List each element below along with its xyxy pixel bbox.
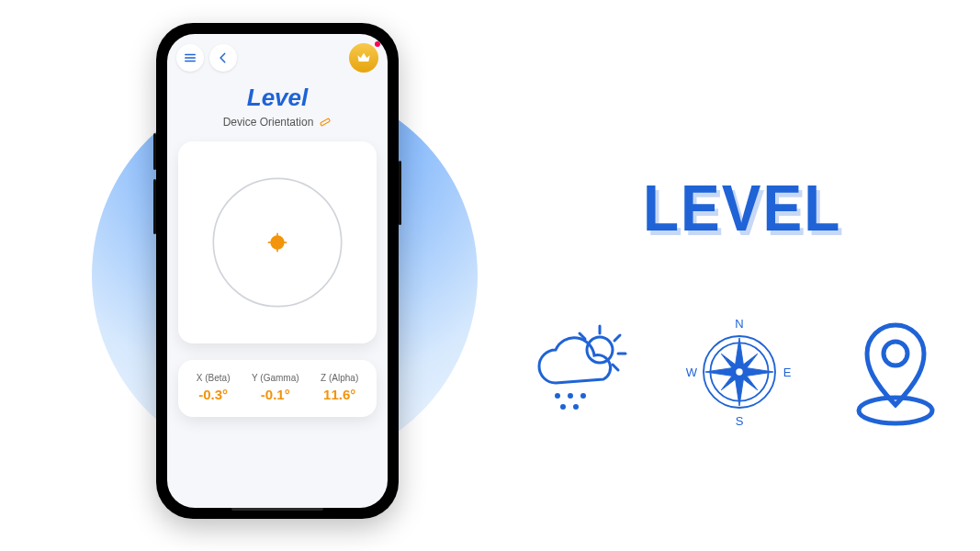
svg-point-22: [735, 367, 743, 376]
svg-point-11: [555, 393, 560, 399]
orientation-readings: X (Beta) -0.3° Y (Gamma) -0.1° Z (Alpha)…: [178, 360, 377, 417]
menu-button[interactable]: [176, 44, 204, 72]
svg-line-7: [614, 335, 620, 341]
location-pin-icon: [836, 312, 955, 432]
menu-icon: [184, 51, 197, 64]
ruler-icon: [319, 116, 332, 129]
svg-text:S: S: [736, 414, 744, 428]
page-title: Level: [167, 84, 388, 112]
bubble-level-icon: [199, 164, 355, 320]
reading-x: X (Beta) -0.3°: [197, 373, 231, 402]
svg-text:N: N: [735, 317, 743, 331]
svg-point-27: [859, 398, 932, 423]
svg-text:W: W: [686, 365, 698, 379]
reading-x-label: X (Beta): [197, 373, 231, 383]
marketing-headline: LEVEL: [643, 171, 841, 245]
reading-y-label: Y (Gamma): [252, 373, 299, 383]
svg-rect-0: [321, 118, 331, 126]
weather-icon: [524, 312, 643, 432]
feature-icons: N S E W: [524, 312, 955, 432]
page-subtitle: Device Orientation: [223, 116, 314, 129]
svg-point-12: [568, 393, 573, 399]
compass-icon: N S E W: [680, 312, 799, 432]
svg-point-13: [580, 393, 586, 399]
svg-point-28: [884, 342, 907, 365]
svg-point-14: [560, 404, 566, 410]
notification-dot-icon: [375, 41, 380, 47]
reading-y-value: -0.1°: [252, 387, 299, 402]
back-arrow-icon: [217, 51, 230, 64]
premium-button[interactable]: [349, 43, 378, 73]
app-screen: Level Device Orientation X (Beta) -0.3°: [167, 34, 388, 508]
svg-text:E: E: [783, 365, 792, 379]
reading-z: Z (Alpha) 11.6°: [321, 373, 358, 402]
reading-y: Y (Gamma) -0.1°: [252, 373, 299, 402]
reading-z-label: Z (Alpha): [321, 373, 358, 383]
svg-point-15: [573, 404, 579, 410]
reading-z-value: 11.6°: [321, 387, 358, 402]
phone-mockup: Level Device Orientation X (Beta) -0.3°: [156, 23, 399, 519]
back-button[interactable]: [209, 44, 237, 72]
svg-line-9: [613, 365, 618, 370]
crown-icon: [356, 51, 371, 65]
level-visualizer: [178, 141, 377, 343]
svg-point-4: [270, 235, 284, 249]
reading-x-value: -0.3°: [197, 387, 231, 402]
